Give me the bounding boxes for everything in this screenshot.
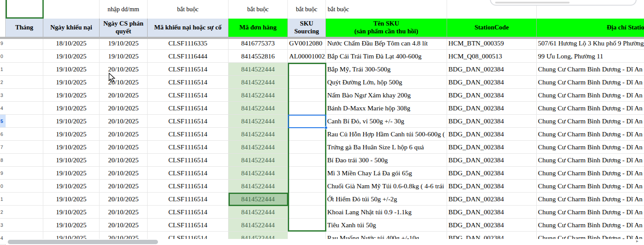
cell-dia_chi[interactable]: Chung Cư Charm Bình Dương - Dĩ An bbox=[537, 219, 644, 232]
cell-ma_khieu_nai[interactable]: CLSF1116514 bbox=[148, 219, 229, 232]
cell-thang[interactable] bbox=[6, 50, 43, 63]
row-header[interactable]: 2 bbox=[0, 206, 6, 219]
cell-ngay_khieu_nai[interactable]: 19/10/2025 bbox=[43, 206, 100, 219]
cell-station_code[interactable]: BDG_DAN_002384 bbox=[447, 219, 537, 232]
cell-ngay_cs[interactable]: 20/10/2025 bbox=[100, 206, 148, 219]
cell-ma_khieu_nai[interactable]: CLSF1116514 bbox=[148, 167, 229, 180]
cell-dia_chi[interactable]: Chung Cư Charm Bình Dương - Dĩ An bbox=[537, 167, 644, 180]
cell-dia_chi[interactable]: Chung Cư Charm Bình Dương - Dĩ An bbox=[537, 115, 644, 128]
note-ma_khieu_nai[interactable]: bắt buộc bbox=[148, 0, 229, 19]
cell-ngay_cs[interactable]: 20/10/2025 bbox=[100, 180, 148, 193]
cell-ngay_khieu_nai[interactable]: 19/10/2025 bbox=[43, 180, 100, 193]
cell-thang[interactable] bbox=[6, 154, 43, 167]
cell-station_code[interactable]: BDG_DAN_002384 bbox=[447, 63, 537, 76]
cell-ngay_cs[interactable]: 20/10/2025 bbox=[100, 141, 148, 154]
col-header-station_code[interactable]: StationCode bbox=[447, 19, 537, 37]
row-header[interactable]: 9 bbox=[0, 167, 6, 180]
cell-dia_chi[interactable]: 99 Ưu Long, Phường 11 bbox=[537, 50, 644, 63]
cell-dia_chi[interactable]: Chung Cư Charm Bình Dương - Dĩ An bbox=[537, 154, 644, 167]
cell-station_code[interactable]: BDG_DAN_002384 bbox=[447, 102, 537, 115]
cell-ten_sku[interactable]: Chuối Già Nam Mỹ Túi 0.6-0.8kg ( 4-6 trá… bbox=[326, 180, 447, 193]
cell-ma_don_hang[interactable]: 8414522444 bbox=[229, 206, 288, 219]
cell-dia_chi[interactable]: Chung Cư Charm Bình Dương - Dĩ An bbox=[537, 63, 644, 76]
cell-thang[interactable] bbox=[6, 115, 43, 128]
cell-station_code[interactable]: HCM_Q08_000513 bbox=[447, 50, 537, 63]
cell-thang[interactable] bbox=[6, 167, 43, 180]
cell-ngay_khieu_nai[interactable]: 19/10/2025 bbox=[43, 141, 100, 154]
cell-ten_sku[interactable]: Khoai Lang Nhật túi 0.9 -1.1kg bbox=[326, 206, 447, 219]
cell-ten_sku[interactable]: Rau Củ Hỗn Hợp Hầm Canh túi 500-600g ( bbox=[326, 128, 447, 141]
cell-ngay_khieu_nai[interactable]: 19/10/2025 bbox=[43, 167, 100, 180]
cell-ma_don_hang[interactable]: 8414522444 bbox=[229, 154, 288, 167]
cell-ngay_khieu_nai[interactable]: 19/10/2025 bbox=[43, 154, 100, 167]
fill-handle[interactable] bbox=[324, 126, 328, 129]
cell-ma_khieu_nai[interactable]: CLSF1116514 bbox=[148, 206, 229, 219]
row-header[interactable]: 7 bbox=[0, 141, 6, 154]
cell-ngay_khieu_nai[interactable]: 19/10/2025 bbox=[43, 193, 100, 206]
cell-ngay_cs[interactable]: 20/10/2025 bbox=[100, 76, 148, 89]
cell-ten_sku[interactable]: Tiêu Xanh túi 50g bbox=[326, 219, 447, 232]
col-header-thang[interactable]: Tháng bbox=[6, 19, 43, 37]
cell-ngay_cs[interactable]: 20/10/2025 bbox=[100, 89, 148, 102]
cell-thang[interactable] bbox=[6, 219, 43, 232]
col-header-ten_sku[interactable]: Tên SKU (sản phẩm cần thu hồi) bbox=[326, 19, 447, 37]
col-header-ngay_khieu_nai[interactable]: Ngày khiếu nại bbox=[43, 19, 100, 37]
cell-station_code[interactable]: BDG_DAN_002384 bbox=[447, 154, 537, 167]
horizontal-scrollbar-track[interactable] bbox=[6, 239, 644, 245]
cell-thang[interactable] bbox=[6, 76, 43, 89]
cell-ngay_khieu_nai[interactable]: 19/10/2025 bbox=[43, 89, 100, 102]
cell-ma_khieu_nai[interactable]: CLSF1116514 bbox=[148, 76, 229, 89]
cell-ten_sku[interactable]: Trứng gà Ba Huân Size L hộp 6 quả bbox=[326, 141, 447, 154]
cell-ngay_cs[interactable]: 20/10/2025 bbox=[100, 167, 148, 180]
cell-ten_sku[interactable]: Bắp Cải Trái Tim Đà Lạt 400-600g bbox=[326, 50, 447, 63]
cell-ten_sku[interactable]: Quýt Đường Lớn, hộp 500g bbox=[326, 76, 447, 89]
row-header[interactable]: 0 bbox=[0, 180, 6, 193]
note-ma_don_hang[interactable]: bắt buộc bbox=[229, 0, 288, 19]
cell-ma_khieu_nai[interactable]: CLSF1116514 bbox=[148, 180, 229, 193]
cell-thang[interactable] bbox=[6, 206, 43, 219]
cell-ngay_cs[interactable]: 20/10/2025 bbox=[100, 219, 148, 232]
cell-ma_khieu_nai[interactable]: CLSF1116444 bbox=[148, 50, 229, 63]
cell-thang[interactable] bbox=[6, 141, 43, 154]
cell-station_code[interactable]: BDG_DAN_002384 bbox=[447, 167, 537, 180]
row-header[interactable]: 1 bbox=[0, 193, 6, 206]
row-header[interactable]: 3 bbox=[0, 219, 6, 232]
col-header-ma_don_hang[interactable]: Mã đơn hàng bbox=[229, 19, 288, 37]
cell-ten_sku[interactable]: Bánh D-Maxx Marie hộp 308g bbox=[326, 102, 447, 115]
cell-dia_chi[interactable]: Chung Cư Charm Bình Dương - Dĩ An bbox=[537, 89, 644, 102]
cell-dia_chi[interactable]: Chung Cư Charm Bình Dương - Dĩ An bbox=[537, 128, 644, 141]
note-ten_sku[interactable]: bắt buộc bbox=[326, 0, 447, 19]
cell-ngay_cs[interactable]: 19/10/2025 bbox=[100, 50, 148, 63]
cell-dia_chi[interactable]: Chung Cư Charm Bình Dương - Dĩ An bbox=[537, 180, 644, 193]
row-header[interactable]: 4 bbox=[0, 102, 6, 115]
row-header[interactable]: 5 bbox=[0, 115, 6, 128]
cell-ten_sku[interactable]: Bí Đao trái 300 - 500g bbox=[326, 154, 447, 167]
row-header[interactable]: 0 bbox=[0, 50, 6, 63]
cell-ma_khieu_nai[interactable]: CLSF1116514 bbox=[148, 128, 229, 141]
col-header-sku_sourcing[interactable]: SKU Sourcing bbox=[288, 19, 326, 37]
cell-station_code[interactable]: BDG_DAN_002384 bbox=[447, 141, 537, 154]
cell-ngay_khieu_nai[interactable]: 19/10/2025 bbox=[43, 76, 100, 89]
cell-station_code[interactable]: BDG_DAN_002384 bbox=[447, 193, 537, 206]
cell-ma_khieu_nai[interactable]: CLSF1116514 bbox=[148, 63, 229, 76]
cell-ngay_khieu_nai[interactable]: 19/10/2025 bbox=[43, 219, 100, 232]
cell-thang[interactable] bbox=[6, 193, 43, 206]
cell-ma_don_hang[interactable]: 8414522444 bbox=[229, 219, 288, 232]
col-header-ngay_cs[interactable]: Ngày CS phán quyết bbox=[100, 19, 148, 37]
cell-ngay_khieu_nai[interactable]: 19/10/2025 bbox=[43, 50, 100, 63]
cell-ma_don_hang[interactable]: 8414522444 bbox=[229, 141, 288, 154]
cell-ngay_cs[interactable]: 20/10/2025 bbox=[100, 128, 148, 141]
cell-ten_sku[interactable]: Canh Bí Đỏ, vỉ 500g +/- 30g bbox=[326, 115, 447, 128]
cell-dia_chi[interactable]: Chung Cư Charm Bình Dương - Dĩ An bbox=[537, 206, 644, 219]
row-header[interactable]: 3 bbox=[0, 89, 6, 102]
cell-ma_don_hang[interactable]: 8414522444 bbox=[229, 76, 288, 89]
cell-dia_chi[interactable]: Chung Cư Charm Bình Dương - Dĩ An bbox=[537, 76, 644, 89]
cell-station_code[interactable]: BDG_DAN_002384 bbox=[447, 89, 537, 102]
cell-ngay_cs[interactable]: 20/10/2025 bbox=[100, 193, 148, 206]
cell-ngay_khieu_nai[interactable]: 19/10/2025 bbox=[43, 115, 100, 128]
cell-dia_chi[interactable]: Chung Cư Charm Bình Dương - Dĩ An bbox=[537, 102, 644, 115]
row-header[interactable]: 6 bbox=[0, 128, 6, 141]
cell-thang[interactable] bbox=[6, 89, 43, 102]
col-header-ma_khieu_nai[interactable]: Mã khiếu nại hoặc sự cố bbox=[148, 19, 229, 37]
note-sku_sourcing[interactable]: bắt buộc bbox=[288, 0, 326, 19]
